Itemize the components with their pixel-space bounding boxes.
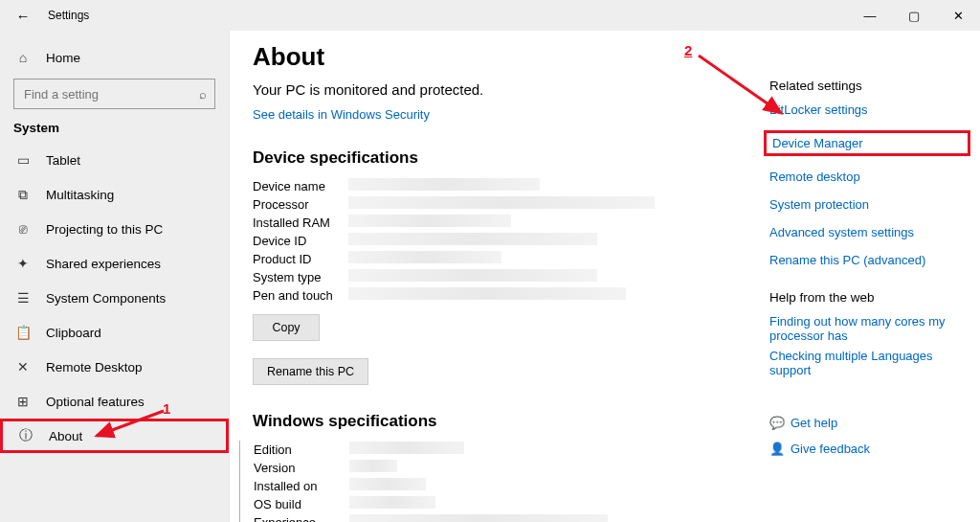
redacted-value xyxy=(348,287,626,300)
redacted-value xyxy=(349,460,397,472)
sidebar-item-system-components[interactable]: ☰ System Components xyxy=(0,281,229,315)
sidebar-item-label: Shared experiences xyxy=(46,257,161,271)
link-rename-pc-advanced[interactable]: Rename this PC (advanced) xyxy=(769,253,970,267)
sidebar-item-remote-desktop[interactable]: ✕ Remote Desktop xyxy=(0,350,229,384)
redacted-value xyxy=(349,442,464,454)
maximize-button[interactable]: ▢ xyxy=(892,0,936,31)
titlebar: ← Settings xyxy=(0,0,980,31)
sidebar-item-optional-features[interactable]: ⊞ Optional features xyxy=(0,384,229,419)
home-icon: ⌂ xyxy=(13,50,33,65)
table-row: Experience xyxy=(254,513,957,522)
related-settings-title: Related settings xyxy=(769,79,970,93)
redacted-value xyxy=(348,251,501,263)
sidebar-item-projecting[interactable]: ⎚ Projecting to this PC xyxy=(0,212,229,246)
get-help-link[interactable]: 💬 Get help xyxy=(769,416,970,430)
sidebar: ⌂ Home ⌕ System ▭ Tablet ⧉ Multitasking … xyxy=(0,31,230,522)
about-icon: ⓘ xyxy=(16,427,35,444)
sidebar-item-multitasking[interactable]: ⧉ Multitasking xyxy=(0,177,229,212)
sidebar-item-label: Multitasking xyxy=(46,188,114,202)
sidebar-item-label: About xyxy=(49,429,82,443)
sidebar-item-tablet[interactable]: ▭ Tablet xyxy=(0,143,229,177)
table-row: Installed on xyxy=(254,477,957,494)
redacted-value xyxy=(348,233,597,245)
related-settings-panel: Related settings BitLocker settings Devi… xyxy=(769,79,980,467)
content: ⌂ Home ⌕ System ▭ Tablet ⧉ Multitasking … xyxy=(0,31,980,522)
window-controls: — ▢ ✕ xyxy=(848,0,980,31)
copy-button[interactable]: Copy xyxy=(253,314,320,341)
minimize-button[interactable]: — xyxy=(848,0,892,31)
search-input[interactable] xyxy=(22,86,199,102)
give-feedback-label: Give feedback xyxy=(791,442,870,456)
close-button[interactable]: ✕ xyxy=(936,0,980,31)
tablet-icon: ▭ xyxy=(13,152,33,168)
home-label: Home xyxy=(46,51,80,65)
sidebar-item-label: Remote Desktop xyxy=(46,360,143,374)
redacted-value xyxy=(348,196,655,209)
components-icon: ☰ xyxy=(13,290,33,306)
annotation-1-label: 1 xyxy=(163,400,170,417)
sidebar-item-label: Tablet xyxy=(46,153,80,168)
help-link-languages[interactable]: Checking multiple Languages support xyxy=(769,349,970,377)
redacted-value xyxy=(348,178,540,191)
optional-icon: ⊞ xyxy=(13,394,33,409)
redacted-value xyxy=(349,496,435,509)
link-system-protection[interactable]: System protection xyxy=(769,197,970,212)
search-icon: ⌕ xyxy=(199,87,207,102)
redacted-value xyxy=(349,514,608,522)
search-input-wrap[interactable]: ⌕ xyxy=(13,79,215,109)
person-icon: 👤 xyxy=(769,442,791,456)
link-device-manager[interactable]: Device Manager xyxy=(764,130,970,156)
shared-icon: ✦ xyxy=(13,256,33,271)
sidebar-item-label: System Components xyxy=(46,291,166,306)
back-button[interactable]: ← xyxy=(13,8,33,24)
clipboard-icon: 📋 xyxy=(13,325,33,340)
search-wrap: ⌕ xyxy=(0,79,229,117)
rename-pc-button[interactable]: Rename this PC xyxy=(253,358,368,385)
link-bitlocker[interactable]: BitLocker settings xyxy=(769,102,970,117)
sidebar-item-label: Projecting to this PC xyxy=(46,222,163,237)
multitask-icon: ⧉ xyxy=(13,187,33,203)
link-remote-desktop[interactable]: Remote desktop xyxy=(769,170,970,184)
page-title: About xyxy=(253,42,957,72)
sidebar-item-label: Optional features xyxy=(46,395,145,409)
redacted-value xyxy=(348,269,597,282)
get-help-label: Get help xyxy=(791,416,837,430)
sidebar-item-about[interactable]: ⓘ About xyxy=(0,419,229,453)
help-link-cores[interactable]: Finding out how many cores my processor … xyxy=(769,314,970,343)
redacted-value xyxy=(349,478,426,490)
link-advanced-system-settings[interactable]: Advanced system settings xyxy=(769,225,970,239)
help-from-web-title: Help from the web xyxy=(769,290,970,305)
category-label: System xyxy=(0,117,229,143)
chat-icon: 💬 xyxy=(769,416,791,430)
main: About Your PC is monitored and protected… xyxy=(230,31,980,522)
sidebar-item-shared-experiences[interactable]: ✦ Shared experiences xyxy=(0,246,229,281)
give-feedback-link[interactable]: 👤 Give feedback xyxy=(769,442,970,456)
redacted-value xyxy=(348,215,511,227)
home-button[interactable]: ⌂ Home xyxy=(0,40,229,75)
annotation-2-label: 2 xyxy=(684,42,692,58)
project-icon: ⎚ xyxy=(13,221,33,237)
sidebar-item-clipboard[interactable]: 📋 Clipboard xyxy=(0,315,229,350)
sidebar-item-label: Clipboard xyxy=(46,326,101,340)
remote-icon: ✕ xyxy=(13,359,33,374)
table-row: OS build xyxy=(254,495,957,512)
window-title: Settings xyxy=(48,9,89,22)
